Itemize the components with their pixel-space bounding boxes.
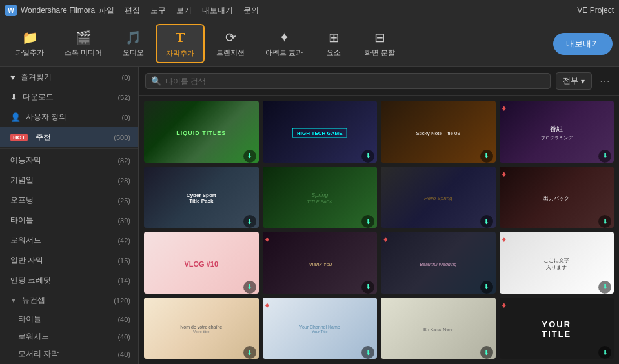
media-grid: LIQUID TITLES ⬇ Liquid Titles Pack Vol 0…: [139, 96, 619, 364]
lower-third-label: 로워서드: [10, 235, 41, 246]
export-button[interactable]: 내보내기: [553, 33, 613, 55]
download-button[interactable]: ⬇: [361, 346, 374, 359]
grid-options-button[interactable]: ⋯: [597, 74, 613, 88]
media-thumb: En Kanal Nere ⬇: [381, 298, 496, 359]
anniversary-label: 기념일: [10, 175, 34, 186]
media-item-14[interactable]: ♦ Your Channel NameYour Title ⬇ Your Cha…: [263, 298, 378, 359]
download-button[interactable]: ⬇: [243, 215, 256, 228]
toolbar-file-add-button[interactable]: 📁 파일추가: [6, 26, 53, 61]
search-input-wrapper[interactable]: 🔍: [145, 73, 551, 89]
media-item-10[interactable]: ♦ Thank You ⬇ Wedding_Floral_Pack_Titl..…: [263, 232, 378, 294]
download-button[interactable]: ⬇: [243, 281, 256, 294]
toolbar-split-button[interactable]: ⊟ 화면 분할: [356, 26, 404, 61]
sidebar-item-ending-credit[interactable]: 엔딩 크레딧 (14): [0, 270, 138, 290]
recommended-count: (500): [114, 134, 130, 141]
file-add-label: 파일추가: [15, 48, 44, 57]
download-button[interactable]: ⬇: [480, 346, 493, 359]
sub-title-label: 타이틀: [18, 314, 41, 325]
media-thumb: ♦ 番組プログラミング ⬇: [500, 101, 614, 163]
media-item-7[interactable]: Hello Spring ⬇ Spring_Pack_Opener_2: [381, 167, 496, 228]
media-item-15[interactable]: En Kanal Nere ⬇ En Kanal Nere...: [381, 298, 496, 359]
premium-icon: ♦: [265, 300, 270, 310]
expand-icon: ▼: [10, 297, 17, 304]
download-button[interactable]: ⬇: [598, 281, 611, 294]
toolbar-stock-media-button[interactable]: 🎬 스톡 미디어: [56, 26, 111, 61]
new-concept-count: (120): [114, 297, 130, 305]
sidebar-item-download[interactable]: ⬇ 다운로드 (52): [0, 87, 138, 107]
filter-label: 전부: [563, 76, 578, 86]
app-logo: W: [5, 5, 17, 16]
download-button[interactable]: ⬇: [598, 150, 611, 163]
media-item-9[interactable]: VLOG #10 ⬇ New Opener 40: [144, 232, 259, 294]
toolbar-element-button[interactable]: ⊞ 요소: [314, 26, 353, 61]
sidebar-item-user-defined[interactable]: 👤 사용자 정의 (0): [0, 107, 138, 127]
menu-file[interactable]: 파일: [99, 5, 114, 16]
sidebar-item-opening[interactable]: 오프닝 (25): [0, 190, 138, 210]
media-thumb: Nom de votre chaîneVotre titre ⬇: [144, 298, 259, 359]
subtitle-label: 자막추가: [166, 48, 194, 58]
ending-credit-label: 엔딩 크레딧: [10, 275, 51, 286]
media-item-4[interactable]: ♦ 番組プログラミング ⬇ Japanese TV Opener Pac...: [500, 101, 614, 163]
download-button[interactable]: ⬇: [480, 150, 493, 163]
toolbar-effect-button[interactable]: ✦ 아펙트 효과: [256, 26, 312, 61]
sidebar-item-title[interactable]: 타이틀 (39): [0, 210, 138, 230]
split-icon: ⊟: [374, 30, 385, 45]
media-item-16[interactable]: ♦ YOUR TITLE ⬇ YOUR TITLE: [500, 298, 614, 359]
media-item-6[interactable]: SpringTITLE PACK ⬇ Spring_Pack_Title_1: [263, 167, 378, 228]
sidebar-item-anniversary[interactable]: 기념일 (28): [0, 170, 138, 190]
anniversary-count: (28): [117, 177, 130, 185]
premium-icon: ♦: [383, 234, 388, 244]
media-item-12[interactable]: ♦ ここに文字入ります ⬇ Manga Pack Vol 2 Lowe...: [500, 232, 614, 294]
menu-help[interactable]: 문의: [243, 5, 259, 16]
user-defined-count: (0): [122, 114, 130, 121]
entertainment-count: (82): [117, 157, 130, 165]
lower-third-count: (42): [117, 237, 130, 245]
sidebar-item-entertainment[interactable]: 예능자막 (82): [0, 150, 138, 170]
download-button[interactable]: ⬇: [243, 346, 256, 359]
media-thumb: Sticky Note Title 09 ⬇: [381, 101, 496, 163]
sidebar-sub-item-title[interactable]: 타이틀 (40): [0, 310, 138, 328]
sidebar-item-lower-third[interactable]: 로워서드 (42): [0, 230, 138, 250]
sub-title-count: (40): [117, 316, 130, 323]
sub-corner-label: 모서리 자막: [18, 349, 59, 359]
media-item-1[interactable]: LIQUID TITLES ⬇ Liquid Titles Pack Vol 0…: [144, 101, 259, 163]
sidebar-sub-item-corner[interactable]: 모서리 자막 (40): [0, 345, 138, 363]
menu-export[interactable]: 내보내기: [202, 5, 233, 16]
media-item-3[interactable]: Sticky Note Title 09 ⬇ Sticky Note Title…: [381, 101, 496, 163]
filter-dropdown[interactable]: 전부 ▾: [556, 72, 592, 90]
media-item-13[interactable]: Nom de votre chaîneVotre titre ⬇ Nom de …: [144, 298, 259, 359]
sidebar-item-recommended[interactable]: HOT 추천 (500): [0, 127, 138, 147]
download-label: 다운로드: [23, 92, 54, 103]
transition-icon: ⟳: [225, 30, 236, 45]
download-button[interactable]: ⬇: [480, 281, 493, 294]
effect-icon: ✦: [279, 30, 290, 45]
media-item-5[interactable]: Cyber SportTitle Pack ⬇ Cyber Sport Titl…: [144, 167, 259, 228]
download-button[interactable]: ⬇: [598, 346, 611, 359]
menu-tools[interactable]: 도구: [150, 5, 166, 16]
download-button[interactable]: ⬇: [598, 215, 611, 228]
premium-icon: ♦: [265, 234, 270, 244]
project-name: VE Project: [577, 6, 614, 15]
download-button[interactable]: ⬇: [480, 215, 493, 228]
download-button[interactable]: ⬇: [361, 215, 374, 228]
search-input[interactable]: [165, 77, 545, 86]
menu-view[interactable]: 보기: [176, 5, 192, 16]
download-button[interactable]: ⬇: [361, 281, 374, 294]
media-item-2[interactable]: HIGH-TECH GAME ⬇ High Tech Game Interfac…: [263, 101, 378, 163]
sidebar-item-favorites[interactable]: ♥ 즐겨찾기 (0): [0, 67, 138, 87]
toolbar-audio-button[interactable]: 🎵 오디오: [114, 26, 153, 61]
file-add-icon: 📁: [22, 30, 38, 45]
toolbar-subtitle-button[interactable]: T 자막추가: [156, 24, 205, 63]
download-button[interactable]: ⬇: [361, 150, 374, 163]
download-button[interactable]: ⬇: [243, 150, 256, 163]
premium-icon: ♦: [502, 300, 507, 310]
search-bar: 🔍 전부 ▾ ⋯: [139, 67, 619, 96]
sidebar-item-general[interactable]: 일반 자막 (15): [0, 250, 138, 270]
toolbar-transition-button[interactable]: ⟳ 트랜지션: [207, 26, 254, 61]
media-thumb: Hello Spring ⬇: [381, 167, 496, 228]
menu-edit[interactable]: 편집: [125, 5, 140, 16]
sidebar-sub-item-lower[interactable]: 로워서드 (40): [0, 328, 138, 345]
media-item-8[interactable]: ♦ 出力パック ⬇ Japanese Title Pack Title ...: [500, 167, 614, 228]
sidebar-item-new-concept[interactable]: ▼ 뉴컨셉 (120): [0, 290, 138, 310]
media-item-11[interactable]: ♦ Beautiful Wedding ⬇ Beautiful_Wedding_…: [381, 232, 496, 294]
